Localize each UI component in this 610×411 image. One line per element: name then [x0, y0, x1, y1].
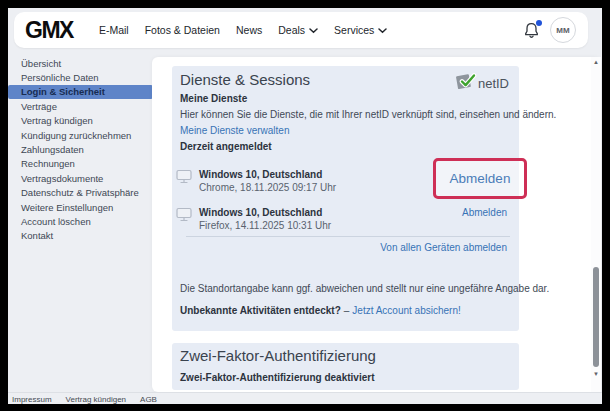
session-client: Firefox, 14.11.2025 10:31 Uhr — [199, 220, 331, 231]
sidebar-item-label: Weitere Einstellungen — [21, 202, 113, 213]
nav-item-email[interactable]: E-Mail — [99, 24, 129, 36]
sidebar-item-login-sicherheit[interactable]: Login & Sicherheit — [8, 85, 153, 99]
notification-dot — [536, 20, 542, 26]
manage-services-link[interactable]: Meine Dienste verwalten — [180, 125, 290, 136]
sidebar-item-rechnungen[interactable]: Rechnungen — [8, 157, 153, 171]
sidebar-item-label: Persönliche Daten — [21, 72, 99, 83]
chevron-down-icon — [378, 24, 387, 36]
twofa-status: Zwei-Faktor-Authentifizierung deaktivier… — [180, 372, 374, 383]
gmx-logo[interactable]: GMX — [25, 19, 73, 42]
separator: – — [344, 305, 350, 316]
session-device: Windows 10, Deutschland — [199, 207, 331, 218]
sidebar-item-kontakt[interactable]: Kontakt — [8, 229, 153, 243]
footer-link-impressum[interactable]: Impressum — [12, 395, 52, 404]
sidebar-item-label: Rechnungen — [21, 158, 75, 169]
sidebar-item-datenschutz-privatsphaere[interactable]: Datenschutz & Privatsphäre — [8, 186, 153, 200]
sidebar-item-label: Datenschutz & Privatsphäre — [21, 187, 139, 198]
nav-item-news[interactable]: News — [236, 24, 262, 36]
abmelden-highlight-annotation: Abmelden — [433, 158, 527, 199]
panel-title: Dienste & Sessions — [180, 71, 310, 88]
nav-label: Deals — [278, 24, 305, 36]
sidebar-item-label: Account löschen — [21, 216, 91, 227]
netid-logo: netID — [453, 70, 509, 96]
session-info: Windows 10, Deutschland Chrome, 18.11.20… — [199, 169, 336, 193]
session-device: Windows 10, Deutschland — [199, 169, 336, 180]
nav-item-deals[interactable]: Deals — [278, 24, 318, 36]
content-card: Dienste & Sessions netID Meine Dienste H… — [152, 57, 601, 392]
device-monitor-icon — [176, 207, 192, 226]
session-row: Windows 10, Deutschland Firefox, 14.11.2… — [176, 207, 331, 231]
my-services-description: Hier können Sie die Dienste, die mit Ihr… — [180, 109, 556, 120]
logout-session-1-link[interactable]: Abmelden — [450, 171, 511, 186]
sidebar-item-label: Zahlungsdaten — [21, 144, 84, 155]
scrollbar-thumb[interactable] — [593, 267, 599, 367]
currently-logged-in-heading: Derzeit angemeldet — [180, 141, 272, 152]
location-note: Die Standortangabe kann ggf. abweichen u… — [180, 283, 549, 294]
dienste-sessions-panel: Dienste & Sessions netID Meine Dienste H… — [172, 66, 519, 331]
divider — [186, 236, 510, 237]
nav-item-fotos-dateien[interactable]: Fotos & Dateien — [145, 24, 220, 36]
settings-sidebar: Übersicht Persönliche Daten Login & Sich… — [8, 56, 153, 243]
sidebar-item-label: Login & Sicherheit — [21, 86, 105, 97]
sidebar-item-uebersicht[interactable]: Übersicht — [8, 56, 153, 70]
scroll-down-arrow-icon[interactable]: ▼ — [591, 370, 601, 378]
scrollbar[interactable]: ▲ ▼ — [591, 57, 601, 392]
sidebar-item-label: Übersicht — [21, 58, 61, 69]
sidebar-item-persoenliche-daten[interactable]: Persönliche Daten — [8, 70, 153, 84]
secure-account-link[interactable]: Jetzt Account absichern! — [352, 305, 460, 316]
nav-label: News — [236, 24, 262, 36]
footer-link-vertrag-kuendigen[interactable]: Vertrag kündigen — [66, 395, 127, 404]
unknown-activity-row: Unbekannte Aktivitäten entdeckt?–Jetzt A… — [180, 305, 461, 316]
sidebar-item-zahlungsdaten[interactable]: Zahlungsdaten — [8, 142, 153, 156]
sidebar-item-label: Verträge — [21, 101, 57, 112]
nav-label: Services — [334, 24, 374, 36]
sidebar-item-label: Vertragsdokumente — [21, 173, 103, 184]
sidebar-item-label: Vertrag kündigen — [21, 115, 93, 126]
sidebar-item-kuendigung-zuruecknehmen[interactable]: Kündigung zurücknehmen — [8, 128, 153, 142]
my-services-heading: Meine Dienste — [180, 93, 247, 104]
netid-check-icon — [453, 70, 477, 96]
scroll-up-arrow-icon[interactable]: ▲ — [591, 58, 601, 66]
topbar-right: MM — [524, 17, 588, 43]
session-info: Windows 10, Deutschland Firefox, 14.11.2… — [199, 207, 331, 231]
sidebar-item-vertrag-kuendigen[interactable]: Vertrag kündigen — [8, 114, 153, 128]
sidebar-item-vertragsdokumente[interactable]: Vertragsdokumente — [8, 171, 153, 185]
nav-label: E-Mail — [99, 24, 129, 36]
footer: Impressum Vertrag kündigen AGB — [8, 392, 602, 404]
chevron-down-icon — [309, 24, 318, 36]
twofa-title: Zwei-Faktor-Authentifizierung — [180, 347, 376, 364]
sidebar-item-weitere-einstellungen[interactable]: Weitere Einstellungen — [8, 200, 153, 214]
logout-all-devices-link[interactable]: Von allen Geräten abmelden — [380, 242, 507, 253]
session-row: Windows 10, Deutschland Chrome, 18.11.20… — [176, 169, 336, 193]
logout-session-2-link[interactable]: Abmelden — [462, 207, 507, 218]
top-navigation-bar: GMX E-Mail Fotos & Dateien News Deals — [14, 12, 588, 48]
device-monitor-icon — [176, 169, 192, 188]
netid-label: netID — [478, 76, 509, 91]
session-client: Chrome, 18.11.2025 09:17 Uhr — [199, 182, 336, 193]
sidebar-item-account-loeschen[interactable]: Account löschen — [8, 214, 153, 228]
notification-bell-icon[interactable] — [524, 22, 539, 38]
nav-item-services[interactable]: Services — [334, 24, 387, 36]
sidebar-item-vertraege[interactable]: Verträge — [8, 99, 153, 113]
sidebar-item-label: Kontakt — [21, 230, 53, 241]
sidebar-item-label: Kündigung zurücknehmen — [21, 130, 131, 141]
footer-link-agb[interactable]: AGB — [140, 395, 157, 404]
avatar[interactable]: MM — [550, 17, 576, 43]
twofa-panel: Zwei-Faktor-Authentifizierung Zwei-Fakto… — [172, 343, 519, 390]
main-nav: E-Mail Fotos & Dateien News Deals Servic… — [99, 24, 387, 36]
page: GMX E-Mail Fotos & Dateien News Deals — [8, 8, 602, 404]
nav-label: Fotos & Dateien — [145, 24, 220, 36]
screenshot-frame: GMX E-Mail Fotos & Dateien News Deals — [0, 0, 610, 411]
unknown-activity-heading: Unbekannte Aktivitäten entdeckt? — [180, 305, 341, 316]
